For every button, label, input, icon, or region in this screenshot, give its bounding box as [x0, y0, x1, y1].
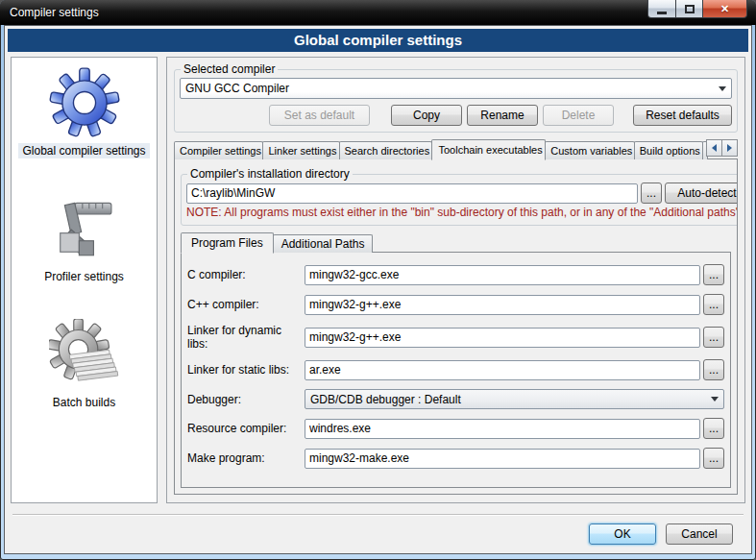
program-files-page: C compiler: ... C++ compiler: ... — [181, 252, 731, 488]
browse-directory-button[interactable]: ... — [641, 183, 662, 204]
tab-toolchain-executables[interactable]: Toolchain executables — [431, 139, 547, 160]
field-row-make-program: Make program: ... — [187, 448, 724, 469]
field-label: Debugger: — [187, 393, 305, 406]
compiler-settings-window: Compiler settings ✕ Global compiler sett… — [0, 0, 756, 560]
field-label: Resource compiler: — [187, 422, 305, 435]
footer-buttons: OK Cancel — [589, 523, 733, 545]
field-label: C compiler: — [187, 268, 305, 281]
browse-resource-compiler-button[interactable]: ... — [703, 418, 724, 439]
debugger-value: GDB/CDB debugger : Default — [310, 393, 461, 406]
field-row-c-compiler: C compiler: ... — [187, 264, 724, 285]
debugger-dropdown[interactable]: GDB/CDB debugger : Default — [305, 389, 724, 409]
tab-scroll-right-button[interactable] — [721, 139, 738, 157]
installation-note: NOTE: All programs must exist either in … — [186, 206, 738, 219]
browse-cpp-compiler-button[interactable]: ... — [703, 294, 724, 315]
field-label: C++ compiler: — [187, 298, 305, 311]
sidebar: Global compiler settings — [11, 57, 158, 503]
window-controls: ✕ — [647, 0, 747, 18]
installation-directory-group: Compiler's installation directory ... Au… — [181, 167, 738, 226]
programs-subtabs: Program Files Additional Paths — [181, 232, 731, 253]
field-label: Linker for static libs: — [187, 363, 305, 377]
titlebar[interactable]: Compiler settings ✕ — [0, 0, 756, 25]
window-title: Compiler settings — [0, 6, 99, 19]
main-panel: Selected compiler GNU GCC Compiler Set a… — [166, 57, 745, 503]
make-program-input[interactable] — [305, 449, 700, 469]
field-label: Linker for dynamic libs: — [187, 324, 305, 351]
field-row-resource-compiler: Resource compiler: ... — [187, 418, 724, 439]
content-area: Global compiler settings — [11, 57, 745, 503]
installation-directory-group-label: Compiler's installation directory — [187, 167, 353, 181]
browse-make-program-button[interactable]: ... — [703, 448, 724, 469]
tab-compiler-settings[interactable]: Compiler settings — [174, 141, 263, 159]
tab-linker-settings[interactable]: Linker settings — [262, 141, 339, 159]
sidebar-item-profiler-settings[interactable]: Profiler settings — [40, 193, 128, 309]
blue-gear-icon — [49, 67, 120, 138]
tab-search-directories[interactable]: Search directories — [339, 141, 432, 159]
dialog-client-area: Global compiler settings — [4, 25, 752, 554]
c-compiler-input[interactable] — [305, 265, 700, 285]
toolchain-executables-page: Compiler's installation directory ... Au… — [174, 158, 738, 495]
close-button[interactable]: ✕ — [703, 0, 747, 18]
compiler-actions: Set as default Copy Rename Delete Reset … — [180, 105, 732, 126]
browse-c-compiler-button[interactable]: ... — [703, 264, 724, 285]
subtab-additional-paths[interactable]: Additional Paths — [273, 234, 374, 253]
linker-dynamic-input[interactable] — [305, 328, 700, 348]
maximize-button[interactable] — [676, 0, 703, 18]
sidebar-item-label: Global compiler settings — [18, 143, 149, 158]
selected-compiler-value: GNU GCC Compiler — [185, 82, 289, 95]
cancel-button[interactable]: Cancel — [666, 523, 733, 545]
field-row-debugger: Debugger: GDB/CDB debugger : Default — [187, 389, 724, 409]
selected-compiler-group: Selected compiler GNU GCC Compiler Set a… — [174, 62, 738, 133]
page-title: Global compiler settings — [8, 29, 748, 52]
tab-custom-variables[interactable]: Custom variables — [545, 141, 634, 159]
field-row-cpp-compiler: C++ compiler: ... — [187, 294, 724, 315]
chevron-down-icon — [711, 397, 719, 402]
ok-button[interactable]: OK — [589, 523, 656, 545]
sidebar-item-label: Profiler settings — [40, 269, 128, 284]
sidebar-item-label: Batch builds — [49, 395, 119, 410]
sidebar-item-batch-builds[interactable]: Batch builds — [49, 319, 120, 435]
field-row-linker-dynamic: Linker for dynamic libs: ... — [187, 324, 724, 351]
reset-defaults-button[interactable]: Reset defaults — [633, 105, 732, 126]
rename-button[interactable]: Rename — [467, 105, 538, 126]
field-label: Make program: — [187, 451, 305, 465]
tab-build-options[interactable]: Build options — [634, 141, 703, 159]
selected-compiler-dropdown[interactable]: GNU GCC Compiler — [180, 78, 732, 99]
field-row-linker-static: Linker for static libs: ... — [187, 359, 724, 380]
resource-compiler-input[interactable] — [305, 419, 700, 439]
close-icon: ✕ — [720, 4, 729, 14]
minimize-button[interactable] — [647, 0, 676, 18]
delete-button[interactable]: Delete — [543, 105, 614, 126]
copy-button[interactable]: Copy — [391, 105, 462, 126]
chevron-down-icon — [719, 86, 726, 91]
browse-linker-dynamic-button[interactable]: ... — [703, 327, 724, 348]
tab-scroll-buttons — [707, 139, 738, 157]
browse-linker-static-button[interactable]: ... — [703, 359, 724, 380]
installation-directory-input[interactable] — [186, 183, 638, 204]
maximize-icon — [685, 5, 695, 13]
linker-static-input[interactable] — [305, 360, 700, 380]
cpp-compiler-input[interactable] — [305, 295, 700, 315]
selected-compiler-group-label: Selected compiler — [181, 62, 278, 76]
subtab-program-files[interactable]: Program Files — [181, 232, 274, 254]
sidebar-item-global-compiler-settings[interactable]: Global compiler settings — [18, 67, 149, 183]
footer-separator — [12, 514, 744, 516]
installation-directory-row: ... Auto-detect — [186, 183, 738, 204]
tab-scroll-left-button[interactable] — [706, 139, 722, 157]
minimize-icon — [657, 12, 667, 14]
set-as-default-button[interactable]: Set as default — [269, 105, 370, 126]
gray-gear-stack-icon — [49, 319, 120, 390]
caliper-icon — [48, 193, 119, 264]
auto-detect-button[interactable]: Auto-detect — [665, 183, 738, 204]
arrow-right-icon — [727, 144, 732, 152]
arrow-left-icon — [712, 144, 717, 152]
settings-tabstrip: Compiler settings Linker settings Search… — [174, 139, 738, 159]
